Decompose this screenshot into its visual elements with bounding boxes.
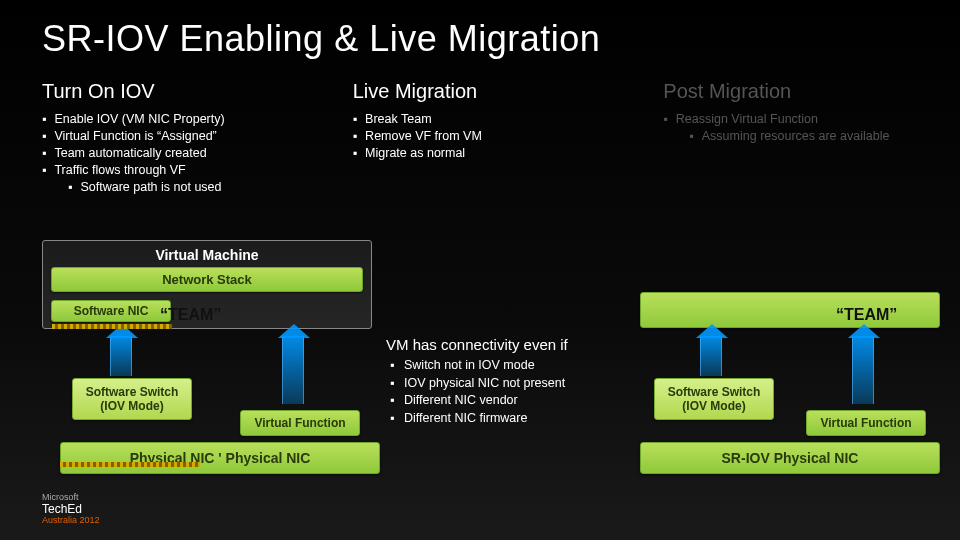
virtual-function-right: Virtual Function: [806, 410, 926, 436]
software-switch-line1: Software Switch: [668, 385, 761, 399]
list-item: Enable IOV (VM NIC Property): [42, 111, 329, 128]
connectivity-heading: VM has connectivity even if: [386, 336, 616, 353]
col-post-migration: Post Migration Reassign Virtual Function…: [663, 80, 950, 195]
connectivity-panel: VM has connectivity even if Switch not i…: [386, 336, 616, 427]
software-switch-right: Software Switch (IOV Mode): [654, 378, 774, 420]
team-label: “TEAM”: [160, 306, 221, 324]
software-switch-line1: Software Switch: [86, 385, 179, 399]
list-item: Different NIC vendor: [386, 392, 616, 410]
flow-arrow-icon: [110, 336, 132, 376]
flow-arrow-icon: [852, 336, 874, 404]
col-heading: Post Migration: [663, 80, 950, 103]
sub-list: Software path is not used: [42, 179, 329, 196]
connectivity-list: Switch not in IOV mode IOV physical NIC …: [386, 357, 616, 427]
physical-nic-left: Physical NIC ' Physical NIC: [60, 442, 380, 474]
logo-brand-small: Microsoft: [42, 492, 79, 502]
logo-brand: TechEd: [42, 502, 82, 516]
hash-strip-icon: [60, 462, 200, 467]
col-turn-on: Turn On IOV Enable IOV (VM NIC Property)…: [42, 80, 329, 195]
vm-label: Virtual Machine: [51, 247, 363, 263]
list-item: IOV physical NIC not present: [386, 375, 616, 393]
teched-logo: Microsoft TechEd Australia 2012: [42, 493, 100, 526]
list-item: Virtual Function is “Assigned”: [42, 128, 329, 145]
hash-strip-icon: [52, 324, 172, 329]
list-item: Reassign Virtual Function: [663, 111, 950, 128]
list-item: Team automatically created: [42, 145, 329, 162]
list-item: Switch not in IOV mode: [386, 357, 616, 375]
col-live-migration: Live Migration Break Team Remove VF from…: [353, 80, 640, 195]
flow-arrow-icon: [700, 336, 722, 376]
slide-title: SR-IOV Enabling & Live Migration: [0, 0, 960, 60]
list-item: Remove VF from VM: [353, 128, 640, 145]
logo-region: Australia: [42, 515, 80, 525]
list-item: Different NIC firmware: [386, 410, 616, 428]
col-heading: Live Migration: [353, 80, 640, 103]
software-nic-bar: Software NIC: [51, 300, 171, 322]
list-item: Traffic flows through VF: [42, 162, 329, 179]
list-item: Assuming resources are available: [689, 128, 950, 145]
physical-nic-right: SR-IOV Physical NIC: [640, 442, 940, 474]
network-stack-bar: Network Stack: [51, 267, 363, 292]
logo-year: 2012: [80, 515, 100, 525]
virtual-function-left: Virtual Function: [240, 410, 360, 436]
col-list: Break Team Remove VF from VM Migrate as …: [353, 111, 640, 162]
software-switch-line2: (IOV Mode): [682, 399, 745, 413]
col-heading: Turn On IOV: [42, 80, 329, 103]
software-switch-line2: (IOV Mode): [100, 399, 163, 413]
list-item: Software path is not used: [68, 179, 329, 196]
software-switch-left: Software Switch (IOV Mode): [72, 378, 192, 420]
list-item: Migrate as normal: [353, 145, 640, 162]
team-label: “TEAM”: [836, 306, 897, 324]
list-item: Break Team: [353, 111, 640, 128]
col-list: Enable IOV (VM NIC Property) Virtual Fun…: [42, 111, 329, 195]
col-list: Reassign Virtual Function Assuming resou…: [663, 111, 950, 145]
flow-arrow-icon: [282, 336, 304, 404]
sub-list: Assuming resources are available: [663, 128, 950, 145]
columns: Turn On IOV Enable IOV (VM NIC Property)…: [0, 60, 960, 195]
